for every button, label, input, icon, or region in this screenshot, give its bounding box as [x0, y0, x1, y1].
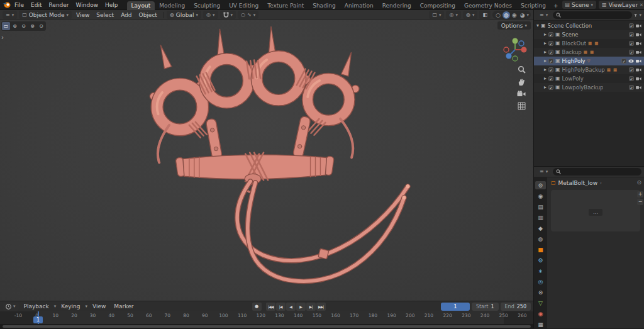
- editor-type-button[interactable]: ≡ ▾: [3, 11, 17, 19]
- jump-to-end-button[interactable]: ▶▶|: [316, 303, 326, 311]
- chevron-right-icon[interactable]: ▸: [544, 50, 547, 55]
- model-brass-knuckles[interactable]: [0, 20, 533, 301]
- select-mode-intersect-button[interactable]: ⊙: [37, 22, 45, 30]
- collection-checkbox[interactable]: ✓: [548, 50, 553, 55]
- menu-view[interactable]: View: [74, 11, 92, 19]
- chevron-right-icon[interactable]: ▸: [544, 76, 547, 81]
- pin-icon[interactable]: ⊙: [636, 179, 641, 186]
- chevron-right-icon[interactable]: ▸: [544, 59, 547, 64]
- transform-orientation-selector[interactable]: ◍ Global ▾: [167, 11, 201, 19]
- menu-file[interactable]: File: [11, 1, 27, 9]
- props-tab-material[interactable]: ◉: [535, 309, 546, 318]
- end-frame-field[interactable]: End 250: [501, 303, 531, 311]
- props-tab-object[interactable]: ■: [535, 245, 546, 254]
- collection-checkbox[interactable]: ✓: [548, 67, 553, 72]
- exclude-checkbox[interactable]: ✓: [629, 41, 634, 46]
- select-mode-extend-button[interactable]: ⊕: [11, 22, 19, 30]
- current-frame-field[interactable]: 1: [441, 303, 470, 311]
- menu-select[interactable]: Select: [94, 11, 116, 19]
- shading-rendered-button[interactable]: ◕: [519, 11, 526, 19]
- render-visibility-camera-icon[interactable]: [636, 76, 641, 81]
- viewport-3d[interactable]: ▭ ⊕ ⊖ ⊗ ⊙ Options ▾ ›: [0, 20, 533, 301]
- exclude-checkbox[interactable]: ✓: [629, 23, 634, 28]
- timeline-scrollbar[interactable]: [3, 325, 531, 328]
- chevron-right-icon[interactable]: ▸: [544, 32, 547, 37]
- menu-marker[interactable]: Marker: [111, 303, 136, 310]
- select-mode-subtract-button[interactable]: ⊖: [19, 22, 28, 30]
- outliner-row-highpolybackup[interactable]: ▸ ✓ ▣ HighPolyBackup ▦ ▦ ✓: [534, 65, 644, 74]
- exclude-checkbox[interactable]: ✓: [629, 67, 634, 72]
- outliner-search[interactable]: [553, 11, 632, 19]
- menu-view-timeline[interactable]: View: [89, 303, 109, 310]
- timeline-ruler[interactable]: -10 0 10 20 30 40 50 60 70 80 90 100 110…: [0, 311, 533, 324]
- render-visibility-camera-icon[interactable]: [636, 59, 641, 64]
- mode-selector[interactable]: ▢ Object Mode ▾: [19, 11, 72, 19]
- tab-geometry-nodes[interactable]: Geometry Nodes: [460, 1, 516, 10]
- tab-compositing[interactable]: Compositing: [416, 1, 460, 10]
- exclude-checkbox[interactable]: ✓: [629, 32, 634, 37]
- outliner-row-lowpolybackup[interactable]: ▸ ✓ ▣ LowpolyBackup ✓: [534, 83, 644, 92]
- select-mode-invert-button[interactable]: ⊗: [28, 22, 36, 30]
- tab-uv-editing[interactable]: UV Editing: [225, 1, 263, 10]
- properties-search-input[interactable]: [563, 169, 638, 176]
- menu-add[interactable]: Add: [118, 11, 134, 19]
- close-icon[interactable]: ✕: [640, 3, 643, 8]
- snap-toggle[interactable]: ▾: [220, 11, 236, 19]
- outliner-row-backup[interactable]: ▸ ✓ ▣ Backup ▦ ▦ ✓: [534, 48, 644, 57]
- tab-animation[interactable]: Animation: [340, 1, 378, 10]
- tab-layout[interactable]: Layout: [127, 1, 155, 10]
- props-tab-particles[interactable]: ∗: [535, 267, 546, 275]
- props-tab-tool[interactable]: ⚙: [535, 181, 546, 189]
- pivot-point-selector[interactable]: ◎ ▾: [203, 11, 218, 19]
- props-tab-world[interactable]: ◍: [535, 235, 546, 243]
- render-visibility-camera-icon[interactable]: [636, 85, 641, 90]
- chevron-right-icon[interactable]: ▸: [544, 85, 547, 90]
- play-button[interactable]: ▶: [296, 303, 306, 311]
- props-tab-viewlayer[interactable]: ▥: [535, 213, 546, 221]
- properties-breadcrumb[interactable]: ▢ MetalBolt_low ›: [547, 177, 644, 188]
- props-tab-object-data[interactable]: ▽: [535, 299, 546, 307]
- add-preset-button[interactable]: +: [637, 191, 643, 198]
- props-tab-constraints[interactable]: ⊗: [535, 288, 546, 296]
- chevron-down-icon[interactable]: ▾: [536, 23, 539, 28]
- exclude-checkbox[interactable]: ✓: [621, 59, 626, 64]
- outliner-root-row[interactable]: ▾ ▣ Scene Collection ✓: [534, 21, 644, 30]
- props-tab-texture[interactable]: ▦: [535, 320, 546, 328]
- shading-solid-button[interactable]: ◍: [502, 11, 510, 19]
- toolbar-expand-arrow[interactable]: ›: [1, 34, 4, 41]
- tab-rendering[interactable]: Rendering: [378, 1, 416, 10]
- exclude-checkbox[interactable]: ✓: [629, 50, 634, 55]
- collection-checkbox[interactable]: ✓: [548, 59, 553, 64]
- menu-edit[interactable]: Edit: [28, 1, 45, 9]
- collection-checkbox[interactable]: ✓: [548, 41, 553, 46]
- active-tool-panel[interactable]: …: [551, 190, 640, 231]
- menu-playback[interactable]: Playback: [21, 303, 52, 310]
- outliner-row-lowpoly[interactable]: ▸ ✓ ▣ LowPoly ✓: [534, 74, 644, 83]
- props-tab-scene[interactable]: ◆: [535, 224, 546, 232]
- outliner-row-scene[interactable]: ▸ ✓ ▣ Scene ✓: [534, 30, 644, 39]
- collection-checkbox[interactable]: ✓: [548, 32, 553, 37]
- props-tab-render[interactable]: ◉: [535, 192, 546, 200]
- camera-view-icon[interactable]: [517, 91, 526, 98]
- tab-modeling[interactable]: Modeling: [155, 1, 189, 10]
- shading-material-button[interactable]: ◉: [511, 11, 518, 19]
- outliner-editor-type-button[interactable]: ≡ ▾: [536, 11, 551, 20]
- outliner-search-input[interactable]: [563, 12, 629, 19]
- props-tab-output[interactable]: ▤: [535, 203, 546, 211]
- tool-value-field[interactable]: …: [589, 209, 602, 216]
- chevron-right-icon[interactable]: ▸: [544, 67, 547, 72]
- navigation-gizmo[interactable]: [502, 36, 528, 63]
- timeline-editor-type-button[interactable]: ▾: [3, 303, 19, 311]
- options-dropdown[interactable]: Options ▾: [497, 21, 531, 30]
- xray-toggle[interactable]: ◧: [479, 11, 491, 19]
- menu-keying[interactable]: Keying: [58, 303, 83, 310]
- props-tab-modifiers[interactable]: ⚙: [535, 256, 546, 264]
- blender-logo-icon[interactable]: [3, 1, 11, 9]
- exclude-checkbox[interactable]: ✓: [629, 76, 634, 81]
- next-keyframe-button[interactable]: ▶|: [306, 303, 316, 311]
- overlays-toggle[interactable]: ◍ ▾: [463, 11, 478, 19]
- render-visibility-camera-icon[interactable]: [636, 32, 641, 37]
- render-visibility-camera-icon[interactable]: [636, 23, 641, 28]
- auto-key-record-button[interactable]: ●: [252, 303, 262, 311]
- jump-to-start-button[interactable]: |◀◀: [266, 303, 275, 311]
